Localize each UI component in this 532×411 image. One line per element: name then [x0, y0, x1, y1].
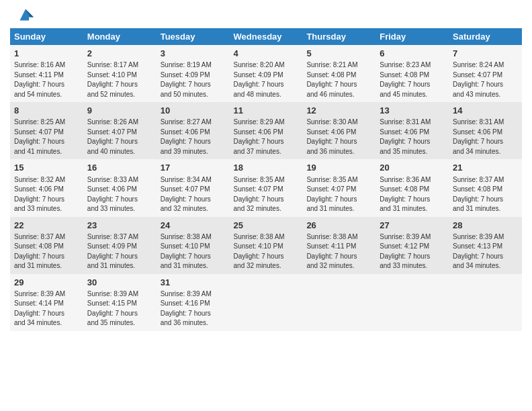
calendar-cell: 16Sunrise: 8:33 AMSunset: 4:06 PMDayligh… — [83, 159, 157, 216]
cell-line: and 31 minutes. — [87, 261, 152, 271]
calendar-cell — [302, 274, 375, 331]
cell-content: Sunrise: 8:35 AMSunset: 4:07 PMDaylight:… — [234, 175, 299, 214]
cell-line: Sunset: 4:14 PM — [14, 299, 79, 309]
cell-line: Sunrise: 8:32 AM — [14, 175, 79, 185]
day-number: 19 — [306, 162, 371, 174]
day-number: 10 — [161, 105, 226, 117]
cell-line: and 46 minutes. — [306, 90, 371, 100]
cell-line: Daylight: 7 hours — [234, 137, 299, 147]
cell-line: Daylight: 7 hours — [161, 309, 226, 319]
cell-line: Sunset: 4:10 PM — [161, 242, 226, 252]
cell-line: and 50 minutes. — [161, 90, 226, 100]
cell-line: Daylight: 7 hours — [87, 309, 152, 319]
calendar-week-row: 1Sunrise: 8:16 AMSunset: 4:11 PMDaylight… — [10, 45, 522, 102]
cell-line: Sunrise: 8:25 AM — [14, 118, 79, 128]
weekday-header: Tuesday — [157, 28, 230, 45]
cell-line: Sunset: 4:06 PM — [161, 128, 226, 138]
day-number: 8 — [14, 105, 79, 117]
day-number: 24 — [161, 220, 226, 232]
weekday-header-row: SundayMondayTuesdayWednesdayThursdayFrid… — [10, 28, 522, 45]
cell-line: Sunset: 4:08 PM — [14, 242, 79, 252]
cell-line: Sunrise: 8:17 AM — [87, 60, 152, 71]
day-number: 14 — [453, 105, 518, 117]
day-number: 3 — [161, 48, 226, 60]
calendar-cell: 2Sunrise: 8:17 AMSunset: 4:10 PMDaylight… — [83, 45, 157, 102]
cell-line: Sunrise: 8:20 AM — [234, 60, 299, 71]
day-number: 31 — [161, 277, 226, 289]
cell-line: and 40 minutes. — [87, 147, 152, 157]
cell-line: Sunset: 4:15 PM — [87, 299, 152, 309]
cell-line: Sunset: 4:10 PM — [87, 71, 152, 81]
cell-content: Sunrise: 8:33 AMSunset: 4:06 PMDaylight:… — [87, 175, 152, 214]
calendar-cell: 10Sunrise: 8:27 AMSunset: 4:06 PMDayligh… — [157, 102, 230, 159]
calendar-cell: 23Sunrise: 8:37 AMSunset: 4:09 PMDayligh… — [83, 217, 157, 274]
cell-line: and 34 minutes. — [453, 147, 518, 157]
cell-content: Sunrise: 8:32 AMSunset: 4:06 PMDaylight:… — [14, 175, 79, 214]
weekday-header: Thursday — [302, 28, 375, 45]
cell-line: and 52 minutes. — [87, 90, 152, 100]
cell-line: Sunrise: 8:37 AM — [87, 232, 152, 242]
cell-content: Sunrise: 8:38 AMSunset: 4:10 PMDaylight:… — [161, 232, 226, 271]
cell-line: Daylight: 7 hours — [453, 137, 518, 147]
cell-line: and 36 minutes. — [306, 147, 371, 157]
cell-line: and 43 minutes. — [453, 90, 518, 100]
calendar-cell: 22Sunrise: 8:37 AMSunset: 4:08 PMDayligh… — [10, 217, 83, 274]
cell-content: Sunrise: 8:39 AMSunset: 4:12 PMDaylight:… — [380, 232, 445, 271]
cell-line: Sunset: 4:16 PM — [161, 299, 226, 309]
cell-line: and 31 minutes. — [306, 204, 371, 214]
day-number: 9 — [87, 105, 152, 117]
cell-line: and 31 minutes. — [380, 204, 445, 214]
calendar-cell: 3Sunrise: 8:19 AMSunset: 4:09 PMDaylight… — [157, 45, 230, 102]
cell-line: Sunset: 4:06 PM — [87, 185, 152, 195]
cell-content: Sunrise: 8:31 AMSunset: 4:06 PMDaylight:… — [380, 118, 445, 156]
cell-line: and 33 minutes. — [87, 204, 152, 214]
cell-line: Daylight: 7 hours — [161, 137, 226, 147]
cell-content: Sunrise: 8:26 AMSunset: 4:07 PMDaylight:… — [87, 118, 152, 156]
cell-line: Sunset: 4:11 PM — [14, 71, 79, 81]
calendar-week-row: 29Sunrise: 8:39 AMSunset: 4:14 PMDayligh… — [10, 274, 522, 331]
cell-line: Sunrise: 8:30 AM — [306, 118, 371, 128]
cell-content: Sunrise: 8:20 AMSunset: 4:09 PMDaylight:… — [234, 60, 299, 99]
cell-line: Daylight: 7 hours — [87, 80, 152, 90]
day-number: 29 — [14, 277, 79, 289]
cell-line: Sunrise: 8:37 AM — [453, 175, 518, 185]
cell-line: and 39 minutes. — [161, 147, 226, 157]
cell-line: Daylight: 7 hours — [14, 80, 79, 90]
cell-line: Sunset: 4:10 PM — [234, 242, 299, 252]
calendar-cell: 18Sunrise: 8:35 AMSunset: 4:07 PMDayligh… — [230, 159, 303, 216]
day-number: 1 — [14, 48, 79, 60]
cell-line: Daylight: 7 hours — [161, 195, 226, 205]
cell-line: Daylight: 7 hours — [87, 137, 152, 147]
cell-content: Sunrise: 8:37 AMSunset: 4:08 PMDaylight:… — [14, 232, 79, 271]
calendar-cell: 9Sunrise: 8:26 AMSunset: 4:07 PMDaylight… — [83, 102, 157, 159]
cell-line: Sunrise: 8:31 AM — [380, 118, 445, 128]
header — [10, 7, 522, 23]
logo — [10, 7, 34, 23]
cell-line: and 34 minutes. — [14, 318, 79, 328]
cell-line: Sunset: 4:06 PM — [234, 128, 299, 138]
cell-line: Sunset: 4:06 PM — [306, 128, 371, 138]
cell-line: Daylight: 7 hours — [306, 195, 371, 205]
cell-content: Sunrise: 8:39 AMSunset: 4:13 PMDaylight:… — [453, 232, 518, 271]
cell-line: Sunset: 4:08 PM — [380, 185, 445, 195]
cell-line: Sunrise: 8:39 AM — [161, 289, 226, 300]
weekday-header: Wednesday — [230, 28, 303, 45]
cell-line: Daylight: 7 hours — [380, 195, 445, 205]
day-number: 30 — [87, 277, 152, 289]
cell-content: Sunrise: 8:30 AMSunset: 4:06 PMDaylight:… — [306, 118, 371, 156]
calendar-week-row: 22Sunrise: 8:37 AMSunset: 4:08 PMDayligh… — [10, 217, 522, 274]
cell-content: Sunrise: 8:27 AMSunset: 4:06 PMDaylight:… — [161, 118, 226, 156]
calendar-cell: 6Sunrise: 8:23 AMSunset: 4:08 PMDaylight… — [375, 45, 449, 102]
cell-line: Sunset: 4:07 PM — [161, 185, 226, 195]
cell-line: Sunset: 4:06 PM — [380, 128, 445, 138]
cell-line: Sunset: 4:11 PM — [306, 242, 371, 252]
cell-line: Daylight: 7 hours — [161, 252, 226, 262]
cell-line: and 31 minutes. — [453, 204, 518, 214]
cell-line: Sunset: 4:12 PM — [380, 242, 445, 252]
cell-content: Sunrise: 8:39 AMSunset: 4:15 PMDaylight:… — [87, 289, 152, 328]
day-number: 5 — [306, 48, 371, 60]
main-container: SundayMondayTuesdayWednesdayThursdayFrid… — [0, 0, 532, 334]
calendar-cell: 24Sunrise: 8:38 AMSunset: 4:10 PMDayligh… — [157, 217, 230, 274]
day-number: 25 — [234, 220, 299, 232]
cell-content: Sunrise: 8:38 AMSunset: 4:10 PMDaylight:… — [234, 232, 299, 271]
